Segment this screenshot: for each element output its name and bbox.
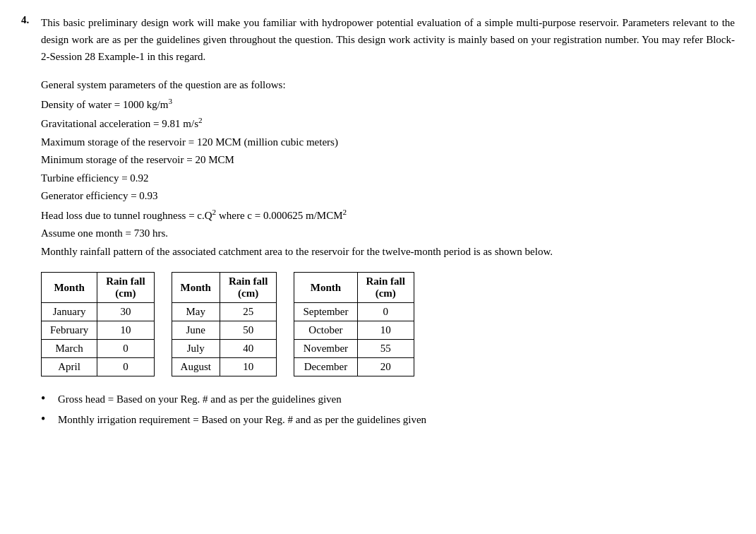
month-cell: January: [42, 303, 97, 321]
rainfall-cell: 25: [220, 303, 276, 321]
question-text: This basic preliminary design work will …: [41, 14, 735, 65]
params-turbine-eff: Turbine efficiency = 0.92: [41, 170, 735, 188]
table-row: May25: [172, 303, 277, 321]
bullet-dot: •: [41, 389, 52, 408]
tables-row: Month Rain fall(cm) January30February10M…: [41, 272, 735, 376]
table-1: Month Rain fall(cm) January30February10M…: [41, 272, 155, 376]
month-cell: April: [42, 358, 97, 376]
month-cell: June: [172, 321, 220, 340]
table3-header-month: Month: [294, 273, 357, 303]
rainfall-cell: 30: [97, 303, 154, 321]
rainfall-cell: 10: [97, 321, 154, 340]
bullet-item: •Monthly irrigation requirement = Based …: [41, 410, 735, 430]
table-row: April0: [42, 358, 155, 376]
question-block: 4. This basic preliminary design work wi…: [21, 14, 735, 65]
table1-header-rainfall: Rain fall(cm): [97, 273, 154, 303]
month-cell: March: [42, 340, 97, 358]
month-cell: May: [172, 303, 220, 321]
question-number: 4.: [21, 14, 41, 65]
table-row: August10: [172, 358, 277, 376]
bullets-block: •Gross head = Based on your Reg. # and a…: [41, 389, 735, 429]
params-generator-eff: Generator efficiency = 0.93: [41, 187, 735, 206]
table-row: February10: [42, 321, 155, 340]
table3-header-rainfall: Rain fall(cm): [357, 273, 414, 303]
table1-header-month: Month: [42, 273, 97, 303]
params-min-storage: Minimum storage of the reservoir = 20 MC…: [41, 151, 735, 170]
params-head-loss: Head loss due to tunnel roughness = c.Q2…: [41, 206, 735, 225]
month-cell: December: [294, 358, 357, 376]
month-cell: November: [294, 340, 357, 358]
table-3: Month Rain fall(cm) September0October10N…: [294, 272, 414, 376]
table-row: March0: [42, 340, 155, 358]
rainfall-cell: 40: [220, 340, 276, 358]
params-rainfall-intro: Monthly rainfall pattern of the associat…: [41, 243, 735, 261]
rainfall-cell: 0: [97, 358, 154, 376]
params-density: Density of water = 1000 kg/m3: [41, 95, 735, 114]
rainfall-cell: 50: [220, 321, 276, 340]
table-row: December20: [294, 358, 414, 376]
table-2: Month Rain fall(cm) May25June50July40Aug…: [172, 272, 277, 376]
table2-header-month: Month: [172, 273, 220, 303]
bullet-item: •Gross head = Based on your Reg. # and a…: [41, 389, 735, 410]
month-cell: September: [294, 303, 357, 321]
table-row: January30: [42, 303, 155, 321]
params-month-hrs: Assume one month = 730 hrs.: [41, 225, 735, 243]
rainfall-cell: 0: [97, 340, 154, 358]
bullet-text: Gross head = Based on your Reg. # and as…: [58, 389, 342, 410]
month-cell: August: [172, 358, 220, 376]
params-intro: General system parameters of the questio…: [41, 76, 735, 95]
params-block: General system parameters of the questio…: [41, 76, 735, 261]
month-cell: February: [42, 321, 97, 340]
rainfall-cell: 0: [357, 303, 414, 321]
rainfall-cell: 55: [357, 340, 414, 358]
bullet-text: Monthly irrigation requirement = Based o…: [58, 410, 426, 430]
month-cell: October: [294, 321, 357, 340]
table-row: June50: [172, 321, 277, 340]
table-row: October10: [294, 321, 414, 340]
params-max-storage: Maximum storage of the reservoir = 120 M…: [41, 134, 735, 152]
month-cell: July: [172, 340, 220, 358]
bullet-dot: •: [41, 410, 52, 429]
table-row: September0: [294, 303, 414, 321]
rainfall-cell: 20: [357, 358, 414, 376]
table-row: July40: [172, 340, 277, 358]
params-gravity: Gravitational acceleration = 9.81 m/s2: [41, 114, 735, 134]
table2-header-rainfall: Rain fall(cm): [220, 273, 276, 303]
table-row: November55: [294, 340, 414, 358]
rainfall-cell: 10: [357, 321, 414, 340]
rainfall-cell: 10: [220, 358, 276, 376]
